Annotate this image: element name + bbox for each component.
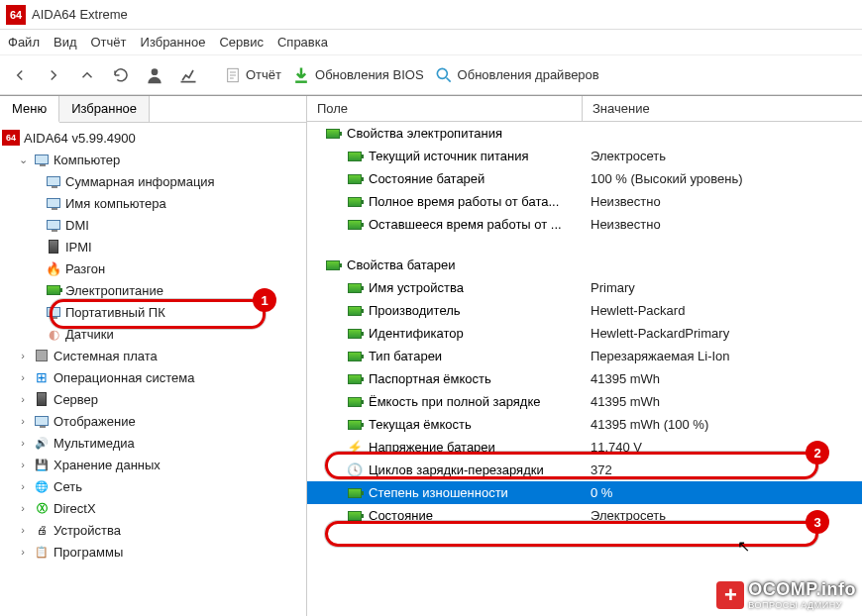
monitor-icon — [47, 176, 60, 186]
tree-computer[interactable]: ⌄ Компьютер — [0, 149, 306, 170]
battery-icon — [348, 329, 362, 339]
list-item-wear-level[interactable]: Степень изношенности0 % — [307, 481, 862, 504]
list-item[interactable]: Текущий источник питанияЭлектросеть — [307, 145, 862, 167]
tree-network[interactable]: ›🌐Сеть — [0, 475, 306, 497]
list-item[interactable]: Ёмкость при полной зарядке41395 mWh — [307, 390, 862, 413]
cross-icon: + — [716, 581, 744, 609]
tab-favorites[interactable]: Избранное — [59, 96, 150, 122]
computer-icon — [35, 154, 49, 164]
monitor-icon — [47, 220, 60, 230]
tree-directx[interactable]: ›ⓍDirectX — [0, 497, 306, 519]
tree-power[interactable]: Электропитание — [0, 279, 306, 301]
list-header: Поле Значение — [307, 96, 862, 122]
chart-icon[interactable] — [174, 61, 202, 89]
header-value[interactable]: Значение — [583, 96, 660, 121]
user-icon[interactable] — [141, 61, 168, 89]
battery-icon — [348, 511, 362, 521]
list-item-current-capacity[interactable]: Текущая ёмкость41395 mWh (100 %) — [307, 413, 862, 436]
disk-icon: 💾 — [34, 457, 50, 472]
aida-logo-icon: 64 — [2, 130, 20, 146]
chevron-right-icon: › — [16, 437, 30, 449]
menu-favorites[interactable]: Избранное — [141, 35, 206, 50]
tab-menu[interactable]: Меню — [0, 96, 59, 123]
list-item[interactable]: Оставшееся время работы от ...Неизвестно — [307, 213, 862, 236]
battery-icon — [348, 397, 362, 407]
network-icon: 🌐 — [34, 478, 50, 494]
tree-storage[interactable]: ›💾Хранение данных — [0, 454, 306, 475]
menu-help[interactable]: Справка — [277, 35, 328, 50]
report-label: Отчёт — [246, 67, 281, 82]
list-item[interactable]: ⚡Напряжение батареи11.740 V — [307, 436, 862, 459]
group-power-props[interactable]: Свойства электропитания — [307, 122, 862, 145]
tree-multimedia[interactable]: ›🔊Мультимедиа — [0, 432, 306, 454]
tree-overclock[interactable]: 🔥Разгон — [0, 257, 306, 279]
menu-service[interactable]: Сервис — [219, 35, 264, 50]
svg-point-0 — [152, 68, 159, 75]
spacer — [307, 236, 862, 254]
list-item[interactable]: ПроизводительHewlett-Packard — [307, 299, 862, 322]
tree-portable[interactable]: Портативный ПК — [0, 301, 306, 323]
app-logo-icon: 64 — [6, 5, 26, 25]
battery-icon — [348, 306, 362, 316]
windows-icon: ⊞ — [34, 369, 50, 385]
menu-view[interactable]: Вид — [54, 35, 77, 50]
toolbar: Отчёт Обновления BIOS Обновления драйвер… — [0, 55, 862, 95]
monitor-icon — [35, 416, 49, 426]
group-battery-props[interactable]: Свойства батареи — [307, 254, 862, 276]
chevron-down-icon: ⌄ — [16, 154, 30, 166]
tree-display[interactable]: ›Отображение — [0, 410, 306, 432]
bios-label: Обновления BIOS — [315, 67, 424, 82]
tree-sensors[interactable]: ◐Датчики — [0, 323, 306, 345]
battery-icon — [326, 129, 340, 139]
tree-os[interactable]: ›⊞Операционная система — [0, 366, 306, 388]
left-panel: Меню Избранное 64 AIDA64 v5.99.4900 ⌄ Ко… — [0, 96, 307, 616]
list-item[interactable]: Имя устройстваPrimary — [307, 276, 862, 299]
left-tabs: Меню Избранное — [0, 96, 306, 123]
menu-file[interactable]: Файл — [8, 35, 40, 50]
chevron-right-icon: › — [16, 480, 30, 492]
server-icon — [37, 392, 47, 406]
tree-motherboard[interactable]: ›Системная плата — [0, 345, 306, 366]
tree-root[interactable]: 64 AIDA64 v5.99.4900 — [0, 127, 306, 149]
laptop-icon — [47, 307, 60, 317]
battery-icon — [326, 260, 340, 270]
tree-view[interactable]: 64 AIDA64 v5.99.4900 ⌄ Компьютер Суммарн… — [0, 123, 306, 616]
chevron-right-icon: › — [16, 546, 30, 558]
monitor-icon — [47, 198, 60, 208]
header-field[interactable]: Поле — [307, 96, 583, 121]
report-button[interactable]: Отчёт — [224, 66, 281, 84]
battery-icon — [348, 174, 362, 184]
forward-button[interactable] — [40, 61, 67, 89]
battery-icon — [348, 488, 362, 498]
list-item[interactable]: СостояниеЭлектросеть — [307, 504, 862, 527]
refresh-button[interactable] — [107, 61, 135, 89]
list-item[interactable]: Состояние батарей100 % (Высокий уровень) — [307, 167, 862, 190]
detail-list[interactable]: Свойства электропитания Текущий источник… — [307, 122, 862, 616]
programs-icon: 📋 — [34, 544, 50, 560]
tree-ipmi[interactable]: IPMI — [0, 236, 306, 257]
list-item[interactable]: Полное время работы от бата...Неизвестно — [307, 190, 862, 213]
tree-server[interactable]: ›Сервер — [0, 388, 306, 410]
tree-computername[interactable]: Имя компьютера — [0, 192, 306, 214]
chevron-right-icon: › — [16, 502, 30, 514]
list-item[interactable]: 🕓Циклов зарядки-перезарядки372 — [307, 459, 862, 481]
bios-update-button[interactable]: Обновления BIOS — [291, 65, 424, 85]
back-button[interactable] — [6, 61, 34, 89]
battery-icon — [348, 374, 362, 384]
tree-programs[interactable]: ›📋Программы — [0, 541, 306, 563]
battery-icon — [348, 420, 362, 430]
tree-devices[interactable]: ›🖨Устройства — [0, 519, 306, 541]
list-item[interactable]: ИдентификаторHewlett-PackardPrimary — [307, 322, 862, 345]
tree-dmi[interactable]: DMI — [0, 214, 306, 236]
chevron-right-icon: › — [16, 415, 30, 427]
driver-update-button[interactable]: Обновления драйверов — [434, 65, 599, 85]
tree-summary[interactable]: Суммарная информация — [0, 170, 306, 192]
up-button[interactable] — [73, 61, 101, 89]
list-item[interactable]: Тип батареиПерезаряжаемая Li-Ion — [307, 345, 862, 367]
fire-icon: 🔥 — [46, 260, 61, 276]
menu-report[interactable]: Отчёт — [91, 35, 127, 50]
list-item[interactable]: Паспортная ёмкость41395 mWh — [307, 367, 862, 390]
chip-icon — [36, 350, 48, 361]
chevron-right-icon: › — [16, 393, 30, 405]
chevron-right-icon: › — [16, 371, 30, 383]
